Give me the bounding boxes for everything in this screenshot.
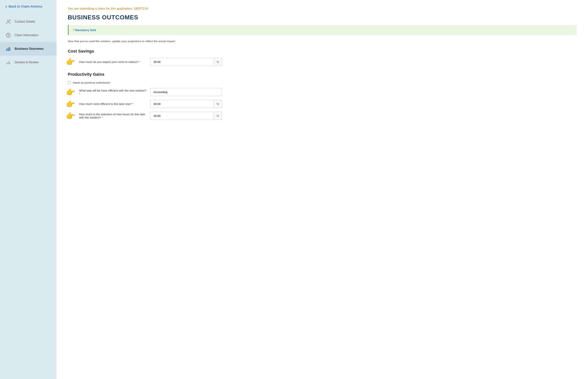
claim-information-icon xyxy=(5,32,11,38)
cost-savings-unit: % xyxy=(214,58,222,66)
description-text: Now that you've used this solution, upda… xyxy=(68,40,577,43)
pointer-icon-1: 👉 xyxy=(66,57,75,66)
contact-details-icon xyxy=(5,19,11,25)
task-efficiency-unit: % xyxy=(214,100,222,108)
required-star-4: * xyxy=(102,116,103,119)
same-as-previous-row: Same as previous submission xyxy=(68,81,577,84)
svg-rect-4 xyxy=(6,49,7,51)
sidebar-item-declare-review-label: Declare & Review xyxy=(15,61,39,64)
manhours-reduction-input-group: % xyxy=(150,112,222,120)
cost-savings-title: Cost Savings xyxy=(68,49,577,54)
sidebar-item-contact-details-label: Contact Details xyxy=(15,20,35,23)
pointer-icon-2: 👉 xyxy=(66,88,75,96)
page-title: BUSINESS OUTCOMES xyxy=(68,14,577,21)
task-efficient-row: 👉 What task will be more efficient with … xyxy=(68,88,577,96)
mandatory-banner: * Mandatory field xyxy=(68,25,577,35)
cost-savings-label: How much do you expect your costs to red… xyxy=(68,60,147,63)
sidebar-item-claim-information-label: Claim Information xyxy=(15,33,38,37)
application-notice: You are submitting a claim for this appl… xyxy=(68,7,577,11)
sidebar-item-business-outcomes-label: Business Outcomes xyxy=(15,47,44,50)
manhours-reduction-unit: % xyxy=(214,112,222,120)
svg-point-3 xyxy=(8,36,8,36)
main-content: You are submitting a claim for this appl… xyxy=(57,0,588,379)
sidebar-nav: Contact Details Claim Information xyxy=(0,15,57,69)
back-link-label: Back to Claim Actions xyxy=(9,5,42,8)
pointer-icon-3: 👉 xyxy=(66,99,75,108)
cost-savings-row: 👉 How much do you expect your costs to r… xyxy=(68,58,577,66)
svg-point-1 xyxy=(10,20,11,21)
same-as-previous-checkbox[interactable] xyxy=(68,81,71,84)
same-as-previous-label: Same as previous submission xyxy=(73,81,110,84)
required-star-2: * xyxy=(79,92,80,95)
back-to-claim-actions-link[interactable]: « Back to Claim Actions xyxy=(0,0,57,13)
svg-rect-6 xyxy=(9,47,10,51)
manhours-reduction-label: How much is the reduction of man-hours f… xyxy=(68,113,147,119)
sidebar-item-business-outcomes[interactable]: Business Outcomes xyxy=(0,42,57,56)
task-efficient-label: What task will be more efficient with th… xyxy=(68,89,147,95)
svg-point-7 xyxy=(9,47,10,48)
declare-review-icon xyxy=(5,59,11,65)
svg-point-0 xyxy=(7,20,9,22)
sidebar: « Back to Claim Actions Contact Details xyxy=(0,0,57,379)
required-star-1: * xyxy=(139,60,140,63)
business-outcomes-icon xyxy=(5,46,11,52)
mandatory-label: Mandatory field xyxy=(75,29,96,32)
cost-savings-input-group: % xyxy=(150,58,222,66)
cost-savings-section: Cost Savings 👉 How much do you expect yo… xyxy=(68,49,577,66)
productivity-gains-title: Productivity Gains xyxy=(68,72,577,77)
task-efficiency-input[interactable] xyxy=(151,100,214,108)
cost-savings-input[interactable] xyxy=(151,58,214,66)
sidebar-item-declare-review[interactable]: Declare & Review xyxy=(0,56,57,69)
task-efficiency-pct-row: 👉 How much more efficient is this task n… xyxy=(68,100,577,108)
svg-rect-5 xyxy=(8,48,9,51)
manhours-reduction-row: 👉 How much is the reduction of man-hours… xyxy=(68,112,577,120)
manhours-reduction-input[interactable] xyxy=(151,112,214,120)
task-efficiency-input-group: % xyxy=(150,100,222,108)
pointer-icon-4: 👉 xyxy=(66,111,75,120)
task-efficient-input[interactable] xyxy=(150,88,222,96)
task-efficiency-label: How much more efficient is this task now… xyxy=(68,102,147,106)
required-star-3: * xyxy=(132,102,134,106)
sidebar-item-contact-details[interactable]: Contact Details xyxy=(0,15,57,29)
productivity-gains-section: Productivity Gains Same as previous subm… xyxy=(68,72,577,120)
mandatory-star: * xyxy=(73,29,74,32)
sidebar-item-claim-information[interactable]: Claim Information xyxy=(0,29,57,42)
chevron-left-icon: « xyxy=(5,4,7,8)
